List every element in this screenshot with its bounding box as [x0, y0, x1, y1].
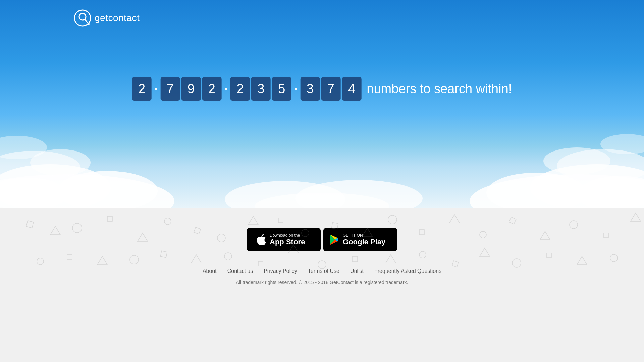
- svg-point-37: [480, 231, 486, 238]
- svg-point-26: [164, 218, 171, 225]
- svg-point-61: [610, 254, 618, 262]
- svg-rect-30: [278, 218, 283, 223]
- footer-link-contact[interactable]: Contact us: [227, 268, 253, 274]
- svg-point-28: [217, 234, 225, 242]
- logo-container[interactable]: getcontact: [74, 9, 140, 27]
- svg-point-12: [255, 193, 389, 208]
- svg-marker-42: [631, 213, 641, 221]
- svg-point-52: [318, 261, 326, 269]
- logo-text: getcontact: [95, 13, 140, 23]
- svg-point-3: [57, 171, 158, 208]
- svg-rect-47: [160, 251, 167, 258]
- digit-4: 2: [202, 77, 221, 101]
- svg-point-15: [0, 136, 47, 159]
- counter-display: 2 · 7 9 2 · 2 3 5 · 3 7 4 numbers to sea…: [132, 77, 512, 101]
- footer-link-about[interactable]: About: [203, 268, 217, 274]
- svg-point-23: [72, 223, 82, 233]
- svg-marker-29: [248, 216, 258, 225]
- google-play-button[interactable]: GET IT ON Google Play: [323, 228, 397, 251]
- svg-rect-24: [107, 216, 112, 221]
- footer-section: Download on the App Store GET IT ON Goog…: [0, 208, 644, 362]
- svg-point-4: [0, 151, 80, 184]
- svg-marker-22: [50, 226, 60, 235]
- google-play-logo-icon: [329, 234, 339, 245]
- footer-link-faq[interactable]: Frequently Asked Questions: [374, 268, 441, 274]
- apple-store-button[interactable]: Download on the App Store: [247, 228, 321, 251]
- svg-point-5: [30, 149, 91, 176]
- svg-rect-21: [26, 221, 34, 228]
- svg-point-2: [0, 178, 67, 208]
- svg-point-10: [557, 149, 644, 183]
- svg-rect-41: [604, 233, 608, 238]
- sky-background: getcontact 2 · 7 9 2 · 2 3 5 · 3 7 4 num…: [0, 0, 644, 208]
- footer-copyright: All trademark rights reserved. © 2015 - …: [236, 280, 408, 285]
- google-small-text: GET IT ON: [343, 233, 385, 238]
- dot-2: ·: [223, 82, 229, 96]
- dot-3: ·: [293, 82, 299, 96]
- footer-link-terms[interactable]: Terms of Use: [308, 268, 339, 274]
- svg-point-49: [224, 253, 232, 260]
- svg-marker-39: [540, 231, 550, 240]
- digit-9: 7: [321, 77, 340, 101]
- svg-rect-38: [509, 217, 516, 224]
- footer-link-unlist[interactable]: Unlist: [350, 268, 364, 274]
- svg-point-20: [88, 23, 90, 25]
- svg-point-58: [512, 259, 521, 267]
- svg-point-6: [470, 174, 644, 208]
- svg-marker-48: [191, 255, 201, 263]
- svg-rect-35: [419, 230, 424, 235]
- svg-point-40: [570, 221, 578, 229]
- svg-rect-59: [547, 253, 551, 258]
- svg-rect-50: [258, 261, 263, 266]
- svg-point-8: [577, 176, 644, 208]
- svg-point-9: [486, 173, 587, 208]
- footer-link-privacy[interactable]: Privacy Policy: [264, 268, 297, 274]
- svg-marker-57: [480, 248, 490, 256]
- svg-point-43: [37, 258, 44, 265]
- svg-point-11: [543, 147, 610, 174]
- digit-1: 2: [132, 77, 152, 101]
- apple-small-text: Download on the: [270, 233, 305, 238]
- digit-7: 5: [272, 77, 291, 101]
- svg-marker-60: [577, 256, 587, 265]
- digit-8: 3: [300, 77, 320, 101]
- svg-point-46: [130, 255, 139, 264]
- svg-marker-54: [386, 255, 396, 263]
- svg-point-0: [0, 174, 174, 208]
- app-buttons-container: Download on the App Store GET IT ON Goog…: [247, 228, 397, 251]
- footer-nav: About Contact us Privacy Policy Terms of…: [203, 268, 441, 274]
- svg-marker-36: [449, 215, 460, 223]
- svg-marker-25: [138, 233, 148, 241]
- clouds-decoration: [0, 107, 644, 208]
- dot-1: ·: [153, 82, 159, 96]
- counter-suffix: numbers to search within!: [367, 82, 512, 96]
- svg-point-13: [225, 181, 345, 208]
- digit-10: 4: [342, 77, 361, 101]
- google-btn-text: GET IT ON Google Play: [343, 233, 385, 247]
- logo-icon: [74, 9, 91, 27]
- apple-logo-icon: [256, 234, 266, 245]
- svg-point-34: [388, 215, 397, 224]
- svg-point-7: [530, 164, 644, 208]
- svg-rect-27: [194, 227, 201, 234]
- digit-3: 9: [181, 77, 201, 101]
- svg-rect-56: [452, 261, 459, 267]
- svg-rect-53: [352, 256, 358, 262]
- digit-5: 2: [230, 77, 250, 101]
- digit-2: 7: [160, 77, 180, 101]
- svg-rect-44: [67, 255, 72, 260]
- digit-6: 3: [251, 77, 271, 101]
- svg-marker-45: [97, 256, 107, 265]
- apple-btn-text: Download on the App Store: [270, 233, 305, 247]
- svg-point-14: [295, 180, 423, 208]
- svg-point-1: [0, 164, 111, 208]
- google-big-text: Google Play: [343, 238, 385, 246]
- apple-big-text: App Store: [270, 238, 305, 246]
- svg-point-16: [600, 134, 644, 154]
- svg-point-55: [419, 251, 426, 258]
